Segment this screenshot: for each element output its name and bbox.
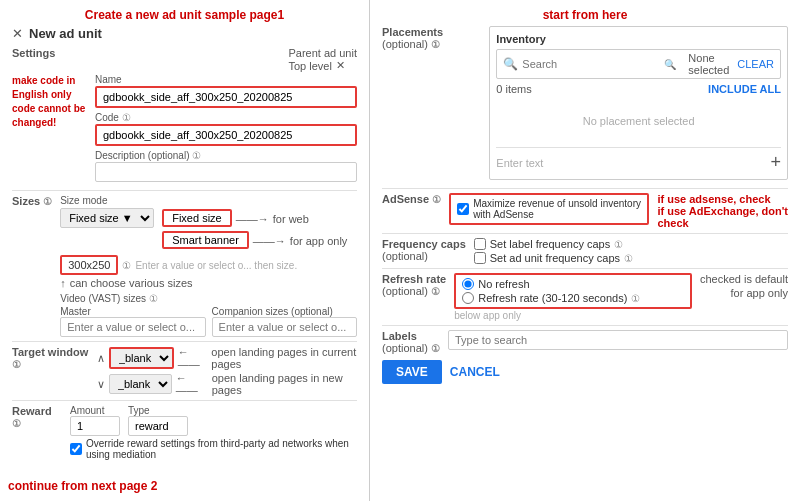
none-selected: None selected xyxy=(688,52,729,76)
inventory-label: Inventory xyxy=(496,33,781,45)
type-label: Type xyxy=(128,405,188,416)
size-info-icon: ① xyxy=(122,260,131,271)
name-label: Name xyxy=(95,74,357,85)
no-refresh-radio[interactable] xyxy=(462,278,474,290)
enter-text-row: Enter text + xyxy=(496,147,781,173)
labels-optional: (optional) xyxy=(382,342,428,354)
make-code-annotation: make code inEnglish onlycode cannot bech… xyxy=(12,74,87,130)
frequency-caps-label: Frequency caps (optional) xyxy=(382,238,466,262)
description-input[interactable] xyxy=(95,162,357,182)
adsense-info: ① xyxy=(432,194,441,205)
top-annotation-left: Create a new ad unit sample page1 xyxy=(12,8,357,22)
items-count: 0 items xyxy=(496,83,531,95)
sizes-label: Sizes ① xyxy=(12,195,52,207)
placements-label: Placements (optional) ① xyxy=(382,26,481,50)
sizes-info: ① xyxy=(43,196,52,207)
refresh-rate-box: No refresh Refresh rate (30-120 seconds)… xyxy=(454,273,692,309)
refresh-rate-label: Refresh rate (optional) ① xyxy=(382,273,446,297)
video-label: Video (VAST) sizes ① xyxy=(60,293,357,304)
adsense-maximize-box: Maximize revenue of unsold inventory wit… xyxy=(449,193,649,225)
save-button[interactable]: SAVE xyxy=(382,360,442,384)
adsense-annotation: if use adsense, checkif use AdExchange, … xyxy=(657,193,788,229)
override-row: Override reward settings from third-part… xyxy=(70,438,357,460)
fixed-size-box: Fixed size xyxy=(162,209,232,227)
right-panel: start from here Placements (optional) ① … xyxy=(370,0,800,501)
amount-label: Amount xyxy=(70,405,120,416)
set-ad-unit-freq-row: Set ad unit frequency caps ① xyxy=(474,252,633,264)
parent-ad-unit-label: Parent ad unit xyxy=(289,47,358,59)
amount-input[interactable] xyxy=(70,416,120,436)
name-input[interactable] xyxy=(95,86,357,108)
enter-text-label: Enter text xyxy=(496,157,543,169)
placements-optional: (optional) xyxy=(382,38,428,50)
description-label: Description (optional) ① xyxy=(95,150,357,161)
top-annotation-right: start from here xyxy=(382,8,788,22)
for-app-annotation: for app only xyxy=(290,235,347,247)
set-label-freq-checkbox[interactable] xyxy=(474,238,486,250)
new-ad-unit-header: ✕ New ad unit xyxy=(12,26,357,41)
refresh-rate-sec-row: Refresh rate (30-120 seconds) ① xyxy=(462,292,684,304)
companion-input[interactable] xyxy=(212,317,357,337)
plus-button[interactable]: + xyxy=(770,152,781,173)
include-all-button[interactable]: INCLUDE ALL xyxy=(708,83,781,95)
left-panel: Create a new ad unit sample page1 ✕ New … xyxy=(0,0,370,501)
target-window-info: ① xyxy=(12,359,21,370)
search-input[interactable] xyxy=(522,58,660,70)
top-level-label: Top level xyxy=(289,60,332,72)
no-refresh-row: No refresh xyxy=(462,278,684,290)
set-ad-unit-freq-checkbox[interactable] xyxy=(474,252,486,264)
placements-info: ① xyxy=(431,39,440,50)
reward-label: Reward ① xyxy=(12,405,62,429)
code-input[interactable] xyxy=(95,124,357,146)
no-placement-text: No placement selected xyxy=(496,99,781,143)
size-mode-label: Size mode xyxy=(60,195,154,206)
labels-info: ① xyxy=(431,343,440,354)
set-label-freq-info: ① xyxy=(614,239,623,250)
description-info: ① xyxy=(192,150,201,161)
new-ad-unit-title: New ad unit xyxy=(29,26,102,41)
close-button[interactable]: ✕ xyxy=(12,26,23,41)
video-info: ① xyxy=(149,293,158,304)
search-row: 🔍 🔍 None selected CLEAR xyxy=(496,49,781,79)
cancel-button[interactable]: CANCEL xyxy=(450,365,500,379)
clear-button[interactable]: CLEAR xyxy=(737,58,774,70)
set-label-freq-row: Set label frequency caps ① xyxy=(474,238,633,250)
code-label: Code ① xyxy=(95,112,357,123)
search-icon: 🔍 xyxy=(503,57,518,71)
adsense-checkbox[interactable] xyxy=(457,203,469,215)
code-info: ① xyxy=(122,112,131,123)
frequency-optional: (optional) xyxy=(382,250,428,262)
open-current-annotation: open landing pages in current pages xyxy=(211,346,357,370)
target-window-select2[interactable]: _blank xyxy=(109,374,172,394)
labels-input[interactable] xyxy=(448,330,788,350)
for-web-annotation: for web xyxy=(273,213,309,225)
target-window-select[interactable]: _blank xyxy=(109,347,174,369)
for-app-only-annotation: for app only xyxy=(700,287,788,299)
size-mode-select[interactable]: Fixed size ▼ xyxy=(60,208,154,228)
refresh-info: ① xyxy=(431,286,440,297)
refresh-optional: (optional) xyxy=(382,285,428,297)
clear-parent-button[interactable]: ✕ xyxy=(336,59,345,72)
adsense-maximize-label: Maximize revenue of unsold inventory wit… xyxy=(473,198,641,220)
settings-label: Settings xyxy=(12,47,55,59)
reward-type-input[interactable] xyxy=(128,416,188,436)
override-checkbox[interactable] xyxy=(70,443,82,455)
adsense-label: AdSense ① xyxy=(382,193,441,205)
labels-label: Labels (optional) ① xyxy=(382,330,440,354)
open-new-annotation: open landing pages in new pages xyxy=(212,372,357,396)
companion-label: Companion sizes (optional) xyxy=(212,306,357,317)
target-window-label: Target window ① xyxy=(12,346,89,370)
set-ad-unit-freq-info: ① xyxy=(624,253,633,264)
refresh-rate-radio[interactable] xyxy=(462,292,474,304)
below-app-only: below app only xyxy=(454,310,692,321)
refresh-rate-info2: ① xyxy=(631,293,640,304)
master-input[interactable] xyxy=(60,317,205,337)
size-value-box: 300x250 xyxy=(60,255,118,275)
reward-info: ① xyxy=(12,418,21,429)
search-info-icon: 🔍 xyxy=(664,59,676,70)
checked-default-annotation: checked is default xyxy=(700,273,788,285)
various-sizes-annotation: can choose various sizes xyxy=(70,277,193,289)
continue-annotation: continue from next page 2 xyxy=(8,479,157,493)
size-hint: Enter a value or select o... then size. xyxy=(135,260,297,271)
master-label: Master xyxy=(60,306,205,317)
